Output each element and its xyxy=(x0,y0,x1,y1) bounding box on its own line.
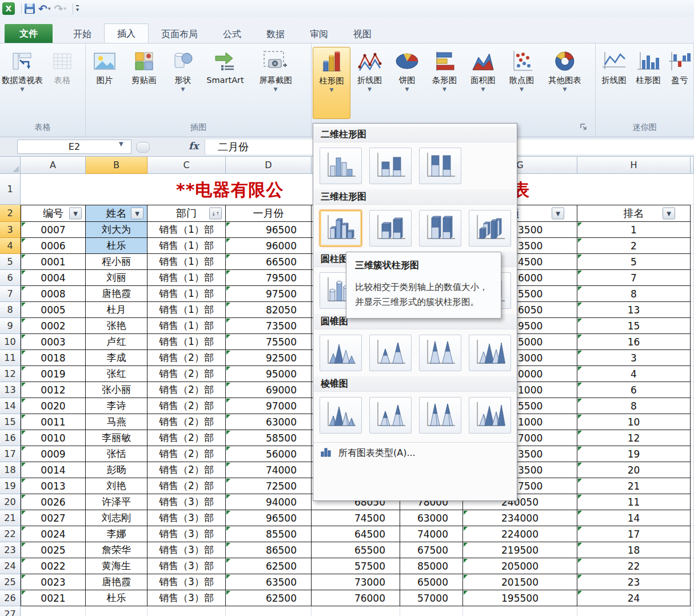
cell-A25[interactable]: 0023 xyxy=(21,574,86,590)
row-header-7[interactable]: 7 xyxy=(0,286,21,302)
cell-G25[interactable]: 201500 xyxy=(463,574,577,590)
cell-E23[interactable]: 65500 xyxy=(312,542,400,558)
cell-D9[interactable]: 73500 xyxy=(226,318,312,334)
cell-C10[interactable]: 销售（1）部 xyxy=(147,334,226,350)
cell-B25[interactable]: 唐艳霞 xyxy=(86,574,147,590)
cell-empty[interactable] xyxy=(312,606,400,616)
redo-icon[interactable]: ↷▾ xyxy=(54,2,66,15)
cell-H17[interactable]: 19 xyxy=(577,446,691,462)
cell-B20[interactable]: 许泽平 xyxy=(86,494,147,510)
100pct-stacked-cone-icon[interactable] xyxy=(419,335,461,371)
row-header-2[interactable]: 2 xyxy=(0,205,21,222)
3d-cone-icon[interactable] xyxy=(469,335,511,371)
select-all-corner[interactable] xyxy=(0,157,21,174)
ribbon-button-盈亏[interactable]: 盈亏 xyxy=(665,47,694,85)
undo-icon[interactable]: ↶▾ xyxy=(38,2,50,15)
cell-H23[interactable]: 18 xyxy=(577,542,691,558)
stacked-column-icon[interactable] xyxy=(369,148,412,184)
cell-A9[interactable]: 0002 xyxy=(21,318,86,334)
cell-B19[interactable]: 刘艳 xyxy=(86,478,147,494)
cell-empty[interactable] xyxy=(400,606,463,616)
3d-column-icon[interactable] xyxy=(469,210,511,247)
cell-sliver[interactable] xyxy=(691,286,694,302)
cell-A7[interactable]: 0008 xyxy=(21,286,86,302)
save-icon[interactable] xyxy=(25,2,35,15)
cell-C5[interactable]: 销售（1）部 xyxy=(147,254,226,270)
cell-A3[interactable]: 0007 xyxy=(21,222,86,238)
cell-D23[interactable]: 86500 xyxy=(226,542,312,558)
cell-B10[interactable]: 卢红 xyxy=(86,334,147,350)
table-header-编号[interactable]: 编号▼ xyxy=(21,205,86,222)
row-header-10[interactable]: 10 xyxy=(0,334,21,350)
cell-A14[interactable]: 0020 xyxy=(21,398,86,414)
cell-B8[interactable]: 杜月 xyxy=(86,302,147,318)
cell-sliver[interactable] xyxy=(691,494,694,510)
table-header-姓名[interactable]: 姓名▼ xyxy=(86,205,147,222)
cell-D5[interactable]: 66500 xyxy=(226,254,312,270)
ribbon-button-柱形图[interactable]: 柱形图▼ xyxy=(313,47,350,119)
cell-C20[interactable]: 销售（3）部 xyxy=(147,494,226,510)
cell-C26[interactable]: 销售（3）部 xyxy=(147,590,226,606)
tab-公式[interactable]: 公式 xyxy=(210,25,254,43)
row-header-8[interactable]: 8 xyxy=(0,302,21,318)
cell-empty[interactable] xyxy=(147,606,226,616)
cell-sliver[interactable] xyxy=(691,382,694,398)
column-header-D[interactable]: D xyxy=(226,157,312,174)
cell-F21[interactable]: 63000 xyxy=(400,510,463,526)
cell-B23[interactable]: 詹荣华 xyxy=(86,542,147,558)
cell-A6[interactable]: 0004 xyxy=(21,270,86,286)
cell-D12[interactable]: 95000 xyxy=(226,366,312,382)
cell-sliver[interactable] xyxy=(691,205,694,222)
cell-B21[interactable]: 刘志刚 xyxy=(86,510,147,526)
cell-C7[interactable]: 销售（1）部 xyxy=(147,286,226,302)
cell-D25[interactable]: 63500 xyxy=(226,574,312,590)
cell-D19[interactable]: 72500 xyxy=(226,478,312,494)
cell-D24[interactable]: 62500 xyxy=(226,558,312,574)
cell-D4[interactable]: 96000 xyxy=(226,238,312,254)
cell-sliver[interactable] xyxy=(691,318,694,334)
cell-H20[interactable]: 11 xyxy=(577,494,691,510)
stacked-pyramid-icon[interactable] xyxy=(369,397,412,434)
cell-B18[interactable]: 彭旸 xyxy=(86,462,147,478)
cell-H19[interactable]: 21 xyxy=(577,478,691,494)
cell-B11[interactable]: 李成 xyxy=(86,350,147,366)
cell-D26[interactable]: 62500 xyxy=(226,590,312,606)
row-header-5[interactable]: 5 xyxy=(0,254,21,270)
row-header-19[interactable]: 19 xyxy=(0,478,21,494)
cell-B14[interactable]: 李诗 xyxy=(86,398,147,414)
3d-pyramid-icon[interactable] xyxy=(469,397,511,434)
column-header-C[interactable]: C xyxy=(147,157,226,174)
row-header-26[interactable]: 26 xyxy=(0,590,21,606)
cell-sliver[interactable] xyxy=(691,526,694,542)
cell-sliver[interactable] xyxy=(691,366,694,382)
row-header-4[interactable]: 4 xyxy=(0,238,21,254)
cell-C8[interactable]: 销售（1）部 xyxy=(147,302,226,318)
cell-sliver[interactable] xyxy=(691,478,694,494)
cell-B3[interactable]: 刘大为 xyxy=(86,222,147,238)
cell-E24[interactable]: 57500 xyxy=(312,558,400,574)
row-header-13[interactable]: 13 xyxy=(0,382,21,398)
clustered-cone-icon[interactable] xyxy=(320,335,362,371)
cell-C19[interactable]: 销售（2）部 xyxy=(147,478,226,494)
ribbon-button-面积图[interactable]: 面积图▼ xyxy=(464,47,502,92)
clustered-pyramid-icon[interactable] xyxy=(320,397,362,434)
cell-A18[interactable]: 0014 xyxy=(21,462,86,478)
cell-A23[interactable]: 0025 xyxy=(21,542,86,558)
tab-开始[interactable]: 开始 xyxy=(61,25,104,43)
dialog-launcher-icon[interactable] xyxy=(580,123,588,132)
ribbon-button-折线图[interactable]: 折线图 xyxy=(597,47,631,85)
column-header-A[interactable]: A xyxy=(21,157,86,174)
cell-D8[interactable]: 82050 xyxy=(226,302,312,318)
cell-G23[interactable]: 219500 xyxy=(463,542,577,558)
cell-G22[interactable]: 224000 xyxy=(463,526,577,542)
cell-A11[interactable]: 0018 xyxy=(21,350,86,366)
cell-B5[interactable]: 程小丽 xyxy=(86,254,147,270)
cell-B13[interactable]: 张小丽 xyxy=(86,382,147,398)
cell-D14[interactable]: 97000 xyxy=(226,398,312,414)
cell-H25[interactable]: 23 xyxy=(577,574,691,590)
cell-B17[interactable]: 张恬 xyxy=(86,446,147,462)
cell-B15[interactable]: 马燕 xyxy=(86,414,147,430)
table-header-排名[interactable]: 排名▼ xyxy=(577,205,691,222)
sort-filter-icon[interactable]: ↓↑ xyxy=(209,208,222,220)
row-header-21[interactable]: 21 xyxy=(0,510,21,526)
